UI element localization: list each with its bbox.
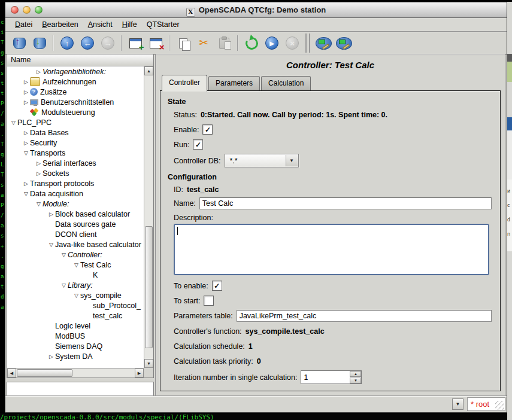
titlebar[interactable]: XOpenSCADA QTCfg: Demo station bbox=[5, 2, 507, 18]
expand-arrow-icon[interactable]: ▷ bbox=[22, 99, 30, 105]
refresh-button[interactable] bbox=[241, 34, 262, 53]
tree-column-header[interactable]: Name bbox=[7, 54, 153, 66]
minimize-button[interactable] bbox=[23, 6, 31, 14]
name-input[interactable] bbox=[199, 197, 492, 209]
collapse-arrow-icon[interactable]: ▽ bbox=[22, 150, 30, 156]
go-up-button[interactable]: ↑ bbox=[57, 34, 77, 53]
menu-item-hilfe[interactable]: Hilfe bbox=[117, 19, 142, 30]
expand-arrow-icon[interactable]: ▷ bbox=[47, 211, 55, 217]
collapse-arrow-icon[interactable]: ▽ bbox=[72, 293, 80, 299]
close-button[interactable] bbox=[11, 6, 19, 14]
to-start-checkbox[interactable] bbox=[204, 296, 214, 306]
tree-item-sub-protocol[interactable]: sub_Protocol_ bbox=[7, 300, 144, 311]
tree-item-vorlagenbibliothek[interactable]: ▷Vorlagenbibliothek: bbox=[7, 66, 144, 77]
iteration-spinbox[interactable]: ▲ ▼ bbox=[301, 370, 362, 384]
expand-arrow-icon[interactable]: ▷ bbox=[35, 160, 43, 166]
collapse-arrow-icon[interactable]: ▽ bbox=[60, 252, 68, 258]
enable-checkbox[interactable]: ✓ bbox=[202, 124, 213, 135]
go-forward-button[interactable]: → bbox=[98, 34, 118, 53]
tree-item-system-da[interactable]: ▷System DA bbox=[7, 351, 144, 361]
resize-grip[interactable] bbox=[495, 401, 504, 410]
load-from-db-button[interactable]: ↑ bbox=[9, 34, 29, 53]
go-back-button[interactable]: ← bbox=[77, 34, 98, 53]
collapse-arrow-icon[interactable]: ▽ bbox=[60, 282, 68, 288]
expand-arrow-icon[interactable]: ▷ bbox=[47, 354, 55, 360]
expand-arrow-icon[interactable]: ▷ bbox=[22, 181, 30, 187]
collapse-arrow-icon[interactable]: ▽ bbox=[72, 262, 80, 268]
expand-arrow-icon[interactable]: ▷ bbox=[22, 130, 30, 136]
tree-item-library[interactable]: ▽Library: bbox=[7, 280, 144, 290]
horizontal-scroll-thumb[interactable] bbox=[17, 369, 72, 377]
tree-item-k[interactable]: K bbox=[7, 270, 144, 280]
scroll-down-button[interactable]: ▼ bbox=[144, 359, 153, 368]
tree-item-sockets[interactable]: ▷Sockets bbox=[7, 168, 144, 178]
scroll-up-button[interactable]: ▲ bbox=[144, 66, 153, 75]
expand-arrow-icon[interactable]: ▷ bbox=[35, 171, 43, 176]
vertical-scroll-thumb[interactable] bbox=[145, 226, 153, 348]
description-textarea[interactable] bbox=[174, 224, 489, 275]
tree-item-plc-ppc[interactable]: ▽PLC_PPC bbox=[7, 117, 144, 127]
menu-item-bearbeiten[interactable]: Bearbeiten bbox=[37, 19, 83, 30]
chevron-down-icon[interactable]: ▼ bbox=[286, 155, 298, 166]
expand-arrow-icon[interactable]: ▷ bbox=[35, 69, 43, 75]
parameters-table-input[interactable] bbox=[237, 310, 492, 322]
paste-item-button[interactable] bbox=[214, 34, 234, 53]
tree-item-modbus[interactable]: ModBUS bbox=[7, 331, 144, 341]
copy-item-button[interactable] bbox=[173, 34, 193, 53]
to-enable-checkbox[interactable]: ✓ bbox=[212, 281, 222, 291]
iteration-input[interactable] bbox=[301, 371, 349, 384]
tab-calculation[interactable]: Calculation bbox=[261, 76, 311, 90]
tree-item-transports[interactable]: ▽Transports bbox=[7, 148, 144, 158]
tree-item-benutzerschnittstellen[interactable]: ▷Benutzerschnittstellen bbox=[7, 97, 144, 107]
scroll-left-button[interactable]: ◀ bbox=[7, 369, 16, 378]
scroll-right-button[interactable]: ▶ bbox=[135, 369, 144, 378]
expand-arrow-icon[interactable]: ▷ bbox=[22, 79, 30, 85]
menu-item-ansicht[interactable]: Ansicht bbox=[83, 19, 117, 30]
collapse-arrow-icon[interactable]: ▽ bbox=[10, 120, 17, 126]
expand-arrow-icon[interactable]: ▷ bbox=[22, 89, 30, 95]
tree-item-test-calc[interactable]: test_calc bbox=[7, 311, 144, 321]
tree-horizontal-scrollbar[interactable]: ◀ ▶ bbox=[7, 368, 144, 378]
menu-item-datei[interactable]: Datei bbox=[10, 19, 37, 30]
collapse-arrow-icon[interactable]: ▽ bbox=[47, 242, 55, 248]
tree-item-data-acquisition[interactable]: ▽Data acquisition bbox=[7, 188, 144, 199]
statusbar-dropdown-button[interactable]: ▼ bbox=[452, 398, 463, 410]
qtstarter-tool-2-button[interactable] bbox=[334, 34, 354, 53]
tree-item-siemens-daq[interactable]: Siemens DAQ bbox=[7, 341, 144, 351]
cut-item-button[interactable]: ✂ bbox=[193, 34, 214, 53]
qtstarter-tool-1-button[interactable] bbox=[313, 34, 334, 53]
menu-item-qtstarter[interactable]: QTStarter bbox=[142, 19, 184, 30]
spin-down-icon[interactable]: ▼ bbox=[350, 378, 361, 384]
tab-controller[interactable]: Controller bbox=[162, 75, 207, 92]
add-item-button[interactable]: + bbox=[125, 34, 146, 53]
tree-item-test-calc[interactable]: ▽Test Calc bbox=[7, 260, 144, 270]
tree-item-sys-compile[interactable]: ▽sys_compile bbox=[7, 290, 144, 300]
tree-item-serial-interfaces[interactable]: ▷Serial interfaces bbox=[7, 158, 144, 168]
tree-item-modulsteuerung[interactable]: Modulsteuerung bbox=[7, 107, 144, 117]
controller-db-combobox[interactable]: *.* ▼ bbox=[225, 154, 299, 168]
tree-vertical-scrollbar[interactable]: ▲ ▼ bbox=[144, 66, 153, 368]
delete-item-button[interactable]: × bbox=[146, 34, 166, 53]
tree-item-zus-tze[interactable]: ▷?Zusätze bbox=[7, 87, 144, 97]
spin-up-icon[interactable]: ▲ bbox=[350, 371, 361, 377]
run-checkbox[interactable]: ✓ bbox=[193, 139, 203, 150]
tree-item-module[interactable]: ▽Module: bbox=[7, 199, 144, 209]
start-periodic-update-button[interactable]: ▶ bbox=[262, 34, 282, 53]
tree-item-data-bases[interactable]: ▷Data Bases bbox=[7, 127, 144, 138]
collapse-arrow-icon[interactable]: ▽ bbox=[22, 191, 30, 197]
tree-item-block-based-calculator[interactable]: ▷Block based calculator bbox=[7, 209, 144, 219]
tree-item-dcon-client[interactable]: DCON client bbox=[7, 229, 144, 239]
tree-item-data-sources-gate[interactable]: Data sources gate bbox=[7, 219, 144, 229]
stop-update-button[interactable]: × bbox=[282, 34, 302, 53]
expand-arrow-icon[interactable]: ▷ bbox=[22, 140, 30, 146]
current-user-label[interactable]: * root bbox=[471, 400, 489, 409]
tree-filter-input[interactable] bbox=[7, 382, 154, 396]
tree-item-java-like-based-calculator[interactable]: ▽Java-like based calculator bbox=[7, 239, 144, 249]
tree-item-transport-protocols[interactable]: ▷Transport protocols bbox=[7, 178, 144, 188]
tree-item-security[interactable]: ▷Security bbox=[7, 138, 144, 148]
save-to-db-button[interactable]: ↓ bbox=[29, 34, 50, 53]
tree-item-controller[interactable]: ▽Controller: bbox=[7, 249, 144, 260]
zoom-button[interactable] bbox=[35, 6, 43, 14]
tab-parameters[interactable]: Parameters bbox=[208, 76, 260, 90]
tree-item-aufzeichnungen[interactable]: ▷Aufzeichnungen bbox=[7, 77, 144, 87]
